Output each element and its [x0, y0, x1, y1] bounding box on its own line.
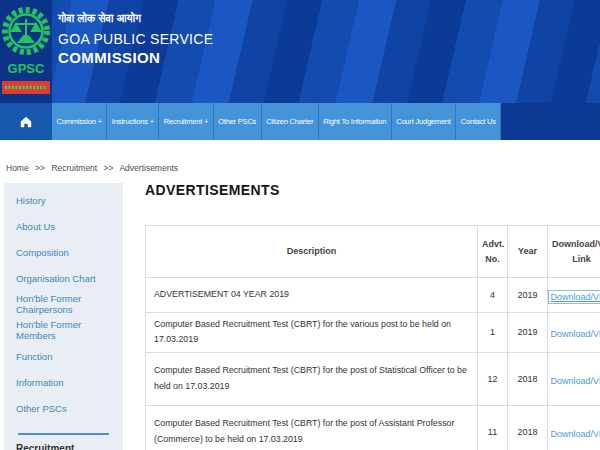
table-header-row: Description Advt. No. Year Download/View…	[146, 226, 600, 278]
advertisement-description: Computer Based Recruitment Test (CBRT) f…	[146, 313, 478, 353]
site-header: GPSC गोवा लोक सेवा आयोग GOA PUBLIC SERVI…	[0, 0, 600, 103]
sidebar-item-information[interactable]: Information	[4, 369, 123, 395]
logo-background: GPSC	[0, 0, 52, 103]
sidebar-item-former-members[interactable]: Hon'ble Former Members	[4, 317, 123, 343]
table-row: Computer Based Recruitment Test (CBRT) f…	[146, 313, 600, 353]
download-view-link[interactable]: Download/View	[551, 376, 600, 386]
sidebar-section-recruitment[interactable]: Recruitment	[4, 443, 123, 450]
home-icon	[19, 115, 33, 128]
col-header-year: Year	[508, 226, 548, 278]
download-view-link[interactable]: Download/View	[551, 429, 600, 439]
site-title-line1: GOA PUBLIC SERVICE	[58, 31, 213, 47]
advt-no: 11	[478, 405, 508, 450]
advertisement-description: Computer Based Recruitment Test (CBRT) f…	[146, 352, 478, 405]
nav-item-instructions[interactable]: Instructions +	[107, 103, 159, 140]
sidebar-divider	[18, 433, 109, 435]
advertisements-table: Description Advt. No. Year Download/View…	[145, 225, 600, 450]
table-row: Computer Based Recruitment Test (CBRT) f…	[146, 352, 600, 405]
sidebar-item-former-chairpersons[interactable]: Hon'ble Former Chairpersons	[4, 291, 123, 317]
nav-item-other-pscs[interactable]: Other PSCs	[214, 103, 262, 140]
download-view-link[interactable]: Download/View	[551, 329, 600, 339]
col-header-advt-no: Advt. No.	[478, 226, 508, 278]
gpsc-logo: GPSC	[0, 0, 52, 103]
nav-item-court-judgement[interactable]: Court Judgement	[392, 103, 457, 140]
site-title-line2: COMMISSION	[58, 49, 160, 66]
sidebar-item-about-us[interactable]: About Us	[4, 213, 123, 239]
page-title: ADVERTISEMENTS	[145, 182, 280, 198]
breadcrumb: Home >> Recruitment >> Advertisements	[6, 163, 178, 173]
col-header-download-link: Download/View Link	[548, 226, 600, 278]
nav-item-citizen-charter[interactable]: Citizen Charter	[262, 103, 319, 140]
breadcrumb-current: Advertisements	[119, 163, 178, 173]
advertisement-description: Computer Based Recruitment Test (CBRT) f…	[146, 405, 478, 450]
nav-items: Commission + Instructions + Recruitment …	[52, 103, 501, 140]
sidebar-item-organisation-chart[interactable]: Organisation Chart	[4, 265, 123, 291]
breadcrumb-separator: >>	[104, 163, 114, 173]
advt-year: 2019	[508, 278, 548, 313]
sidebar-item-composition[interactable]: Composition	[4, 239, 123, 265]
scales-icon	[12, 19, 40, 42]
sidebar-item-function[interactable]: Function	[4, 343, 123, 369]
advertisement-description: ADVERTISEMENT 04 YEAR 2019	[146, 278, 478, 313]
nav-item-recruitment[interactable]: Recruitment +	[159, 103, 213, 140]
breadcrumb-home[interactable]: Home	[6, 163, 29, 173]
download-view-link[interactable]: Download/View	[549, 291, 600, 303]
sidebar-item-history[interactable]: History	[4, 187, 123, 213]
nav-home-button[interactable]	[0, 103, 52, 140]
advt-year: 2018	[508, 352, 548, 405]
table-row: ADVERTISEMENT 04 YEAR 2019 4 2019 Downlo…	[146, 278, 600, 313]
breadcrumb-separator: >>	[35, 163, 45, 173]
sidebar: History About Us Composition Organisatio…	[4, 183, 123, 450]
table-row: Computer Based Recruitment Test (CBRT) f…	[146, 405, 600, 450]
advt-year: 2018	[508, 405, 548, 450]
gpsc-website: GPSC गोवा लोक सेवा आयोग GOA PUBLIC SERVI…	[0, 0, 600, 450]
col-header-description: Description	[146, 226, 478, 278]
advt-year: 2019	[508, 313, 548, 353]
nav-item-contact-us[interactable]: Contact Us	[456, 103, 501, 140]
nav-item-right-to-information[interactable]: Right To Information	[319, 103, 392, 140]
advt-no: 1	[478, 313, 508, 353]
main-navbar: Commission + Instructions + Recruitment …	[0, 103, 600, 140]
logo-acronym-text: GPSC	[8, 61, 45, 76]
sidebar-item-other-pscs[interactable]: Other PSCs	[4, 395, 123, 421]
breadcrumb-recruitment[interactable]: Recruitment	[51, 163, 97, 173]
advt-no: 12	[478, 352, 508, 405]
nav-item-commission[interactable]: Commission +	[52, 103, 107, 140]
site-title-hindi: गोवा लोक सेवा आयोग	[58, 12, 141, 25]
advt-no: 4	[478, 278, 508, 313]
